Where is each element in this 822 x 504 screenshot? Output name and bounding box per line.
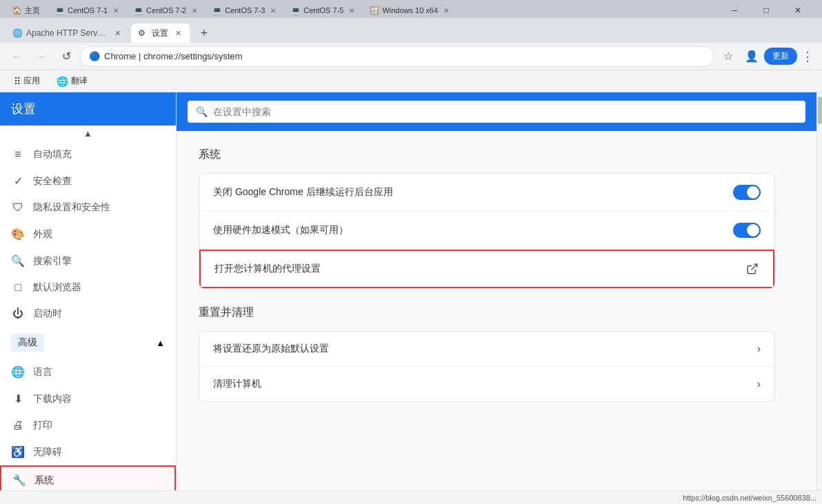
svg-line-0: [752, 264, 757, 270]
translate-label: 翻译: [71, 75, 88, 87]
centos1-favicon: 💻: [55, 6, 65, 15]
close-button[interactable]: ✕: [782, 1, 814, 20]
main-tabs: 🌐 Apache HTTP Server Test Page ✕ ⚙ 设置 ✕ …: [0, 23, 214, 43]
tab-settings[interactable]: ⚙ 设置 ✕: [131, 23, 190, 43]
star-button[interactable]: ☆: [717, 46, 739, 68]
sidebar-item-language[interactable]: 🌐 语言: [0, 359, 176, 385]
tab-bar: 🌐 Apache HTTP Server Test Page ✕ ⚙ 设置 ✕ …: [0, 18, 822, 43]
clean-pc-label: 清理计算机: [213, 378, 757, 390]
proxy-row[interactable]: 打开您计算机的代理设置: [199, 250, 774, 288]
centos5-close[interactable]: ✕: [349, 7, 354, 14]
reset-settings-card: 将设置还原为原始默认设置 › 清理计算机 ›: [199, 331, 775, 402]
hardware-accel-toggle[interactable]: [733, 223, 761, 238]
settings-content: 系统 关闭 Google Chrome 后继续运行后台应用 使用硬件加速模式（如…: [177, 131, 797, 435]
external-link-icon: [745, 262, 759, 276]
extra-tab-centos2[interactable]: 💻 CentOS 7-2 ✕: [127, 3, 204, 18]
apps-grid-icon: ⠿: [14, 76, 21, 87]
win10-favicon: 🪟: [370, 6, 379, 15]
centos5-label: CentOS 7-5: [303, 6, 343, 14]
advanced-label: 高级: [11, 334, 44, 352]
centos3-close[interactable]: ✕: [270, 7, 276, 14]
address-separator: |: [139, 51, 143, 61]
clean-pc-row[interactable]: 清理计算机 ›: [199, 367, 774, 401]
sidebar-item-download[interactable]: ⬇ 下载内容: [0, 385, 176, 412]
search-input-wrapper[interactable]: 🔍: [188, 101, 805, 123]
restore-settings-row[interactable]: 将设置还原为原始默认设置 ›: [199, 332, 774, 367]
sidebar-item-startup[interactable]: ⏻ 启动时: [0, 301, 176, 327]
win10-close[interactable]: ✕: [443, 7, 449, 14]
extra-tab-centos5[interactable]: 💻 CentOS 7-5 ✕: [284, 3, 361, 18]
bookmarks-bar: ⠿ 应用 🌐 翻译: [0, 70, 822, 92]
sidebar-header: 设置: [0, 92, 176, 125]
update-button[interactable]: 更新: [764, 48, 797, 65]
privacy-icon: 🛡: [11, 201, 25, 214]
proxy-label: 打开您计算机的代理设置: [214, 263, 745, 275]
refresh-button[interactable]: ↺: [55, 46, 77, 68]
search-input[interactable]: [213, 106, 797, 117]
centos3-label: CentOS 7-3: [225, 6, 265, 14]
sidebar-item-autofill[interactable]: ≡ 自动填充: [0, 141, 176, 168]
appearance-label: 外观: [33, 228, 52, 241]
centos1-close[interactable]: ✕: [113, 7, 119, 14]
centos2-favicon: 💻: [134, 6, 143, 15]
minimize-button[interactable]: ─: [719, 1, 750, 20]
toggle-knob-2: [747, 224, 759, 236]
menu-button[interactable]: ⋮: [799, 46, 816, 67]
content-area: 设置 ▲ ≡ 自动填充 ✓ 安全检查 🛡 隐私设置和安全性 🎨 外观 🔍: [0, 92, 822, 490]
sidebar-item-search[interactable]: 🔍 搜索引擎: [0, 248, 176, 274]
maximize-button[interactable]: □: [750, 1, 782, 20]
search-engine-label: 搜索引擎: [33, 255, 72, 268]
apache-tab-close[interactable]: ✕: [112, 28, 123, 39]
sidebar-item-accessibility[interactable]: ♿ 无障碍: [0, 439, 176, 465]
back-button[interactable]: ←: [6, 46, 28, 68]
sidebar-item-privacy[interactable]: 🛡 隐私设置和安全性: [0, 194, 176, 221]
sidebar-item-appearance[interactable]: 🎨 外观: [0, 221, 176, 248]
sidebar-item-print[interactable]: 🖨 打印: [0, 412, 176, 439]
settings-main: 🔍 系统 关闭 Google Chrome 后继续运行后台应用: [177, 92, 816, 490]
startup-icon: ⏻: [11, 308, 25, 320]
extra-tab-centos3[interactable]: 💻 CentOS 7-3 ✕: [206, 3, 283, 18]
translate-icon: 🌐: [57, 76, 68, 87]
forward-button[interactable]: →: [30, 46, 52, 68]
account-button[interactable]: 👤: [741, 46, 763, 68]
sidebar-item-security[interactable]: ✓ 安全检查: [0, 168, 176, 194]
win10-label: Windows 10 x64: [382, 6, 438, 14]
search-icon: 🔍: [196, 106, 208, 117]
hardware-accel-row: 使用硬件加速模式（如果可用）: [199, 212, 774, 250]
toggle-knob-1: [747, 186, 759, 199]
advanced-section[interactable]: 高级 ▲: [0, 327, 176, 359]
sidebar-item-browser[interactable]: □ 默认浏览器: [0, 274, 176, 301]
print-label: 打印: [33, 419, 52, 432]
background-run-toggle[interactable]: [733, 185, 761, 200]
extra-tabs-bar: 🏠 主页 💻 CentOS 7-1 ✕ 💻 CentOS 7-2 ✕ 💻 Cen…: [0, 0, 822, 18]
restore-settings-label: 将设置还原为原始默认设置: [213, 343, 757, 355]
new-tab-button[interactable]: +: [194, 23, 214, 43]
background-run-row: 关闭 Google Chrome 后继续运行后台应用: [199, 174, 774, 212]
extra-tab-home[interactable]: 🏠 主页: [6, 3, 47, 18]
system-label: 系统: [34, 474, 54, 487]
scroll-up-arrow[interactable]: ▲: [0, 125, 176, 141]
bookmark-translate[interactable]: 🌐 翻译: [51, 74, 93, 88]
system-icon: 🔧: [12, 474, 26, 487]
sidebar: 设置 ▲ ≡ 自动填充 ✓ 安全检查 🛡 隐私设置和安全性 🎨 外观 🔍: [0, 92, 177, 490]
sidebar-item-system[interactable]: 🔧 系统: [0, 465, 176, 490]
download-label: 下载内容: [33, 393, 72, 405]
extra-tab-centos1[interactable]: 💻 CentOS 7-1 ✕: [48, 3, 126, 18]
search-engine-icon: 🔍: [11, 254, 25, 268]
security-icon: ✓: [11, 174, 25, 188]
home-tab-label: 主页: [25, 6, 40, 16]
settings-tab-close[interactable]: ✕: [172, 28, 183, 39]
tab-apache[interactable]: 🌐 Apache HTTP Server Test Page ✕: [6, 23, 130, 43]
default-browser-icon: □: [11, 281, 25, 294]
centos2-close[interactable]: ✕: [192, 7, 197, 14]
startup-label: 启动时: [33, 308, 62, 320]
status-bar: https://blog.csdn.net/weixn_55600838...: [0, 490, 822, 504]
nav-bar: ← → ↺ 🔵 Chrome | chrome://settings/syste…: [0, 43, 822, 70]
bookmark-apps[interactable]: ⠿ 应用: [8, 74, 46, 88]
address-bar[interactable]: 🔵 Chrome | chrome://settings/system: [80, 46, 714, 67]
extra-tab-win10[interactable]: 🪟 Windows 10 x64 ✕: [363, 3, 456, 18]
print-icon: 🖨: [11, 419, 25, 432]
scrollbar-thumb[interactable]: [818, 97, 822, 124]
system-settings-card: 关闭 Google Chrome 后继续运行后台应用 使用硬件加速模式（如果可用…: [199, 173, 775, 289]
scrollbar-area[interactable]: [816, 92, 822, 490]
